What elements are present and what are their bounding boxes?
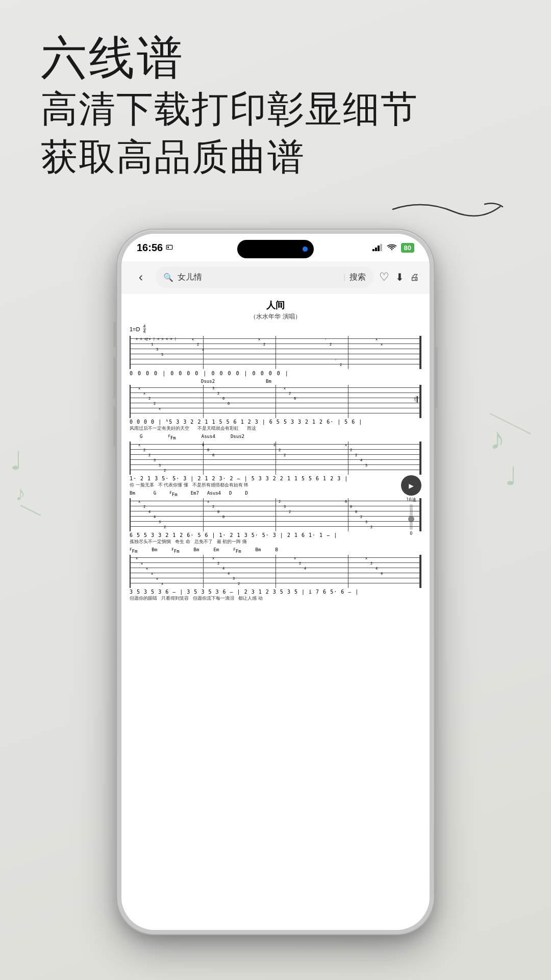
lyric-row-4: 但愿你的眼睛 只看得到笑容 但愿你流下每一滴泪 都让人感 动 <box>130 595 421 602</box>
notification-icon <box>166 244 173 251</box>
header-section: 六线谱 高清下载打印彰显细节 获取高品质曲谱 <box>41 31 510 181</box>
svg-text:♪: ♪ <box>490 422 505 456</box>
lyric-row-3: 孤独尽头不一定惆惆 奇生 命 总免不了 最 初的一阵 痛 <box>130 538 421 545</box>
signal-icon <box>372 244 383 251</box>
song-title: 人间 <box>130 299 421 311</box>
guitar-tab-4: x 2 4 4 3 2 x 2 0 0 2 3 2 0 0 0 2 <box>130 498 421 531</box>
section-4: x 2 4 4 3 2 x 2 0 0 2 3 2 0 0 0 2 <box>130 498 421 531</box>
guitar-tab-1: x x x x | x x x x | 2 1 3 5 x 2 x <box>130 336 421 369</box>
dynamic-island-indicator <box>303 247 308 252</box>
header-line2: 高清下载打印彰显细节 <box>41 86 510 134</box>
search-bar[interactable]: ‹ 🔍 女儿情 | 搜索 ♡ ⬇ 🖨 <box>132 264 419 290</box>
deco-notes-left: ♩ ♪ <box>10 439 51 523</box>
section-3: x 2 2 3 3 2 0 0 0 2 2 2 x 2 2 4 5 <box>130 442 421 475</box>
svg-rect-11 <box>380 244 382 251</box>
notation-row-4: 6 5 5 3 3 2 1 2 6· 5 6 | 1· 2 1 3 5· 5· … <box>130 532 421 538</box>
search-icon: 🔍 <box>163 273 173 282</box>
battery-icon: 80 <box>401 243 414 253</box>
search-button[interactable]: 搜索 <box>349 272 366 283</box>
guitar-tab-2: x x 2 2 x 3 2 0 0 x 2 0 𝄇 <box>130 385 421 418</box>
back-button[interactable]: ‹ <box>132 268 150 286</box>
svg-rect-8 <box>372 249 374 251</box>
deco-notes-right: ♪ ♩ <box>490 408 541 512</box>
svg-rect-7 <box>168 247 169 249</box>
play-button[interactable]: ▶ <box>401 475 421 496</box>
svg-text:♩: ♩ <box>10 447 22 475</box>
svg-rect-9 <box>375 248 377 251</box>
notation-row-5: 3 5 3 5 3 6 – | 3 5 3 5 3 6 – | 2 3 1 2 … <box>130 589 421 595</box>
notation-row-3: 1· 2 1 3 5· 5· 3 | 2 1 2 3· 2 – | 5 3 3 … <box>130 476 421 481</box>
chords-row-4: FFm Bm FFm Bm Em FFm Bm B <box>130 547 421 554</box>
chords-row-2: G FFm Asus4 Dsus2 <box>130 434 421 440</box>
song-subtitle: （水水年华 演唱） <box>130 312 421 321</box>
lyric-row-2: 你 一脸无辜 不 代表你懂 懂 不是所有感情都会有始有 终 <box>130 482 421 488</box>
search-input-wrapper[interactable]: 🔍 女儿情 | 搜索 <box>155 266 374 288</box>
download-icon[interactable]: ⬇ <box>395 271 404 283</box>
search-text: 女儿情 <box>178 272 339 283</box>
wifi-icon <box>387 244 397 251</box>
toolbar-icons: ♡ ⬇ 🖨 <box>379 271 419 284</box>
guitar-tab-3: x 2 2 3 3 2 0 0 0 2 2 2 x 2 2 4 5 <box>130 442 421 475</box>
header-line1: 六线谱 <box>41 31 510 86</box>
svg-line-2 <box>20 505 41 516</box>
section-1: x x x x | x x x x | 2 1 3 5 x 2 x <box>130 336 421 377</box>
notation-row-2: 0 0 0 0 | ⁵5 3 3 2 2 1 1 5 5 6 1 2 3 | 6… <box>130 419 421 425</box>
speed-value: 0 <box>410 531 412 536</box>
print-icon[interactable]: 🖨 <box>410 272 419 283</box>
phone-frame: 16:56 <box>117 230 434 934</box>
lyric-row-1: 风雨过后不一定有美好的天空 不是天晴就会有彩虹 而这 <box>130 425 421 432</box>
section-2: x x 2 2 x 3 2 0 0 x 2 0 𝄇 <box>130 385 421 418</box>
svg-text:♪: ♪ <box>15 482 26 504</box>
key-info: 1=D 44 <box>130 324 421 334</box>
section-5: x x x x x x x 2 4 4 3 2 x 2 4 x 2 <box>130 555 421 588</box>
dynamic-island <box>237 240 314 258</box>
decorative-swoosh <box>383 194 510 225</box>
svg-rect-6 <box>166 245 172 249</box>
phone-screen: 16:56 <box>121 234 430 930</box>
chords-row-1: Dsus2 Bm <box>130 379 421 384</box>
status-icons: 80 <box>372 243 414 253</box>
favorite-icon[interactable]: ♡ <box>379 271 389 284</box>
svg-text:♩: ♩ <box>505 462 517 491</box>
header-line3: 获取高品质曲谱 <box>41 134 510 182</box>
status-time: 16:56 <box>137 242 173 254</box>
guitar-tab-5: x x x x x x x 2 4 4 3 2 x 2 4 x 2 <box>130 555 421 588</box>
svg-rect-10 <box>378 246 380 251</box>
chords-row-3: Bm G FFm Em7 Asus4 D D ▶ 16速 0 <box>130 491 421 497</box>
notation-row-1: 0 0 0 0 | 0 0 0 0 | 0 0 0 0 | 0 0 0 0 | <box>130 370 421 377</box>
sheet-content: 人间 （水水年华 演唱） 1=D 44 <box>121 294 430 930</box>
